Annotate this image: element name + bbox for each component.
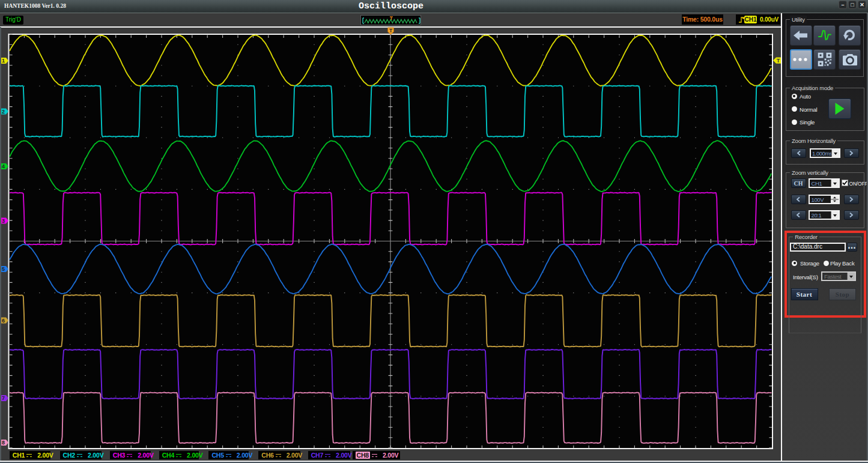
svg-text:3: 3	[2, 218, 5, 224]
svg-text:1: 1	[2, 58, 5, 64]
svg-text:4: 4	[2, 163, 5, 169]
svg-text:T: T	[777, 58, 780, 64]
svg-text:8: 8	[2, 440, 5, 446]
svg-text:6: 6	[2, 318, 5, 324]
svg-text:7: 7	[2, 395, 5, 401]
svg-text:2: 2	[2, 109, 5, 115]
svg-text:5: 5	[2, 266, 5, 272]
svg-text:T: T	[389, 28, 393, 34]
